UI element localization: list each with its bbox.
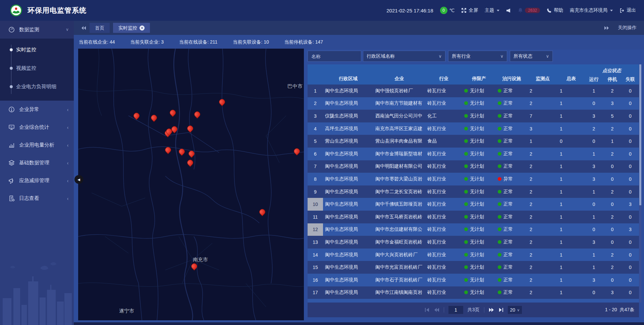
logout-button[interactable]: 退出 (620, 7, 636, 13)
theme-label: 主题 (485, 7, 494, 13)
cell-stop-status: 无计划 (462, 151, 496, 157)
cell-facility-status: 正常 (496, 126, 528, 132)
tab-home[interactable]: 首页 (90, 23, 110, 33)
close-operations-button[interactable]: 关闭操作 (618, 25, 637, 31)
notifications-button[interactable]: 2632 (518, 8, 540, 13)
table-row[interactable]: 10 阆中生态环境局 阆中千佛镇五郎垭页岩 砖瓦行业 无计划 正常 2 1 0 … (308, 198, 639, 211)
cell-disconnected: 0 (622, 139, 639, 144)
scroll-tabs-right-icon[interactable] (604, 26, 609, 30)
table-row[interactable]: 13 阆中生态环境局 阆中市金福旺页岩机砖 砖瓦行业 无计划 正常 2 1 3 … (308, 236, 639, 249)
cell-disconnected: 3 (622, 202, 639, 207)
cell-company: 阆中市二龙长宝页岩砖 (373, 189, 425, 195)
table-row[interactable]: 1 阆中生态环境局 阆中强锐页岩砖厂 砖瓦行业 无计划 正常 2 1 1 2 0 (308, 85, 639, 97)
stat-item: 当前失联设备:10 (233, 39, 269, 45)
cell-points: 2 (528, 202, 558, 207)
sidebar-item-数据监测[interactable]: 数据监测 ˅ (0, 21, 74, 39)
page-number-input[interactable]: 1 (448, 306, 463, 314)
help-button[interactable]: 帮助 (547, 7, 563, 13)
table-row[interactable]: 7 阆中生态环境局 阆中明阳建材有限公司 砖瓦行业 无计划 正常 2 1 3 0… (308, 160, 639, 173)
industry-filter-select[interactable]: 所有行业 ∨ (448, 51, 507, 62)
cell-disconnected: 0 (622, 126, 639, 131)
col-run: 运行 (585, 76, 603, 83)
col-stop: 停限产 (462, 74, 496, 83)
cell-points: 2 (528, 239, 558, 245)
close-tab-icon[interactable]: × (140, 25, 145, 31)
sidebar-item-日志查看[interactable]: 日志查看 ‹ (0, 189, 74, 207)
table-row[interactable]: 11 阆中生态环境局 阆中市五马桥页岩机砖 砖瓦行业 无计划 正常 2 1 1 … (308, 211, 639, 223)
cell-disconnected: 0 (622, 214, 639, 220)
table-row[interactable]: 12 阆中生态环境局 阆中市忠信建材有限公 砖瓦行业 无计划 正常 2 1 0 … (308, 223, 639, 236)
region-filter-select[interactable]: 行政区域名称 ∨ (363, 51, 445, 62)
org-menu[interactable]: 南充市生态环境局 (570, 7, 613, 13)
table-row[interactable]: 3 仪陇生态环境局 西南油气田分公司川中 化工 无计划 正常 7 1 3 5 0 (308, 110, 639, 122)
table-row[interactable]: 4 高坪生态环境局 南充市高坪区王家店建 砖瓦行业 无计划 正常 3 1 2 2… (308, 122, 639, 135)
map-panel[interactable]: 巴中市南充市遂宁市 (78, 49, 304, 320)
sidebar-item-基础数据管理[interactable]: 基础数据管理 ‹ (0, 154, 74, 172)
cell-disconnected: 0 (622, 113, 639, 119)
tab-realtime-label: 实时监控 (118, 23, 137, 33)
cell-facility-status: 正常 (496, 264, 528, 270)
table-row[interactable]: 5 营山生态环境局 营山县润丰肉食品有限 食品 无计划 正常 1 0 0 1 0 (308, 135, 639, 148)
scrollbar-thumb[interactable] (639, 64, 641, 205)
status-filter-select[interactable]: 所有状态 ∨ (510, 51, 553, 62)
cell-running: 0 (585, 101, 603, 106)
sidebar-subitem-实时监控[interactable]: 实时监控 (0, 41, 74, 59)
page-size-select[interactable]: 20 ∨ (508, 306, 522, 314)
status-dot-icon (498, 101, 501, 105)
sidebar-subitem-企业电力负荷明细[interactable]: 企业电力负荷明细 (0, 77, 74, 96)
cell-stopped: 2 (603, 189, 622, 195)
row-index: 6 (308, 148, 323, 160)
scroll-tabs-left-icon[interactable] (81, 26, 86, 30)
table-row[interactable]: 9 阆中生态环境局 阆中市二龙长宝页岩砖 砖瓦行业 无计划 正常 2 1 1 2… (308, 185, 639, 198)
phone-icon (547, 8, 552, 13)
collapse-sidebar-button[interactable]: ◄ (74, 175, 83, 184)
sidebar-item-企业用电量分析[interactable]: 企业用电量分析 ‹ (0, 136, 74, 154)
next-page-button[interactable] (489, 308, 494, 312)
fullscreen-button[interactable]: 全屏 (461, 7, 478, 13)
sidebar-subitem-视频监控[interactable]: 视频监控 (0, 59, 74, 77)
status-dot-icon (464, 290, 468, 294)
table-row[interactable]: 8 阆中生态环境局 阆中市枣碧大梁山页岩 砖瓦行业 无计划 异常 2 1 3 0… (308, 173, 639, 185)
name-filter-input[interactable] (308, 51, 361, 62)
logout-icon (620, 8, 625, 13)
table-row[interactable]: 15 阆中生态环境局 阆中市光富页岩机砖厂 砖瓦行业 无计划 正常 2 1 1 … (308, 261, 639, 274)
cell-points: 2 (528, 189, 558, 195)
help-label: 帮助 (554, 7, 563, 13)
cell-running: 0 (585, 227, 603, 232)
sidebar-item-label: 日志查看 (19, 195, 39, 202)
cell-facility-status: 正常 (496, 163, 528, 169)
cell-stop-status: 无计划 (462, 252, 496, 258)
cell-facility-status: 正常 (496, 289, 528, 295)
table-row[interactable]: 6 阆中生态环境局 阆中市金博瑞新型墙材 砖瓦行业 无计划 正常 2 1 1 2… (308, 148, 639, 160)
sound-button[interactable] (506, 8, 511, 13)
first-page-button[interactable] (425, 308, 430, 312)
tab-realtime-monitoring[interactable]: 实时监控 × (113, 23, 150, 33)
cell-stopped: 2 (603, 214, 622, 220)
sidebar-item-label: 企业综合统计 (19, 124, 49, 130)
table-row[interactable]: 18 南部生态环境局 南部县利华水泥有限公 建材行业 无计划 正常 2 1 1 … (308, 299, 639, 303)
cell-facility-status: 正常 (496, 252, 528, 258)
cell-meters: 1 (558, 277, 585, 283)
row-index: 17 (308, 286, 323, 299)
table-row[interactable]: 16 阆中生态环境局 阆中市石子页岩机砖厂 砖瓦行业 无计划 正常 2 1 3 … (308, 274, 639, 286)
table-row[interactable]: 14 阆中生态环境局 阆中大兴页岩机砖厂 砖瓦行业 无计划 正常 2 1 1 2… (308, 249, 639, 261)
theme-menu[interactable]: 主题 (485, 7, 499, 13)
sidebar-item-企业综合统计[interactable]: 企业综合统计 ‹ (0, 118, 74, 136)
cell-running: 0 (585, 202, 603, 207)
table-row[interactable]: 17 阆中生态环境局 阆中市江南镇阆南页岩 砖瓦行业 无计划 正常 2 1 0 … (308, 286, 639, 299)
temperature-widget: 0 ℃ (440, 7, 455, 14)
cell-meters: 0 (558, 139, 585, 144)
temperature-badge: 0 (440, 7, 447, 14)
cell-stopped: 0 (603, 239, 622, 245)
sidebar-item-应急减排管理[interactable]: 应急减排管理 ‹ (0, 172, 74, 189)
row-index: 12 (308, 223, 323, 236)
last-page-button[interactable] (498, 308, 503, 312)
row-index: 10 (308, 198, 323, 211)
cell-facility-status: 正常 (496, 100, 528, 106)
cell-stopped: 1 (603, 139, 622, 144)
table-row[interactable]: 2 阆中生态环境局 阆中市南方节能建材有 砖瓦行业 无计划 正常 2 1 0 3… (308, 97, 639, 110)
sidebar-item-企业异常[interactable]: 企业异常 ‹ (0, 101, 74, 118)
prev-page-button[interactable] (434, 308, 439, 312)
sidebar-item-label: 应急减排管理 (19, 177, 49, 184)
col-halt: 停机 (603, 76, 622, 83)
